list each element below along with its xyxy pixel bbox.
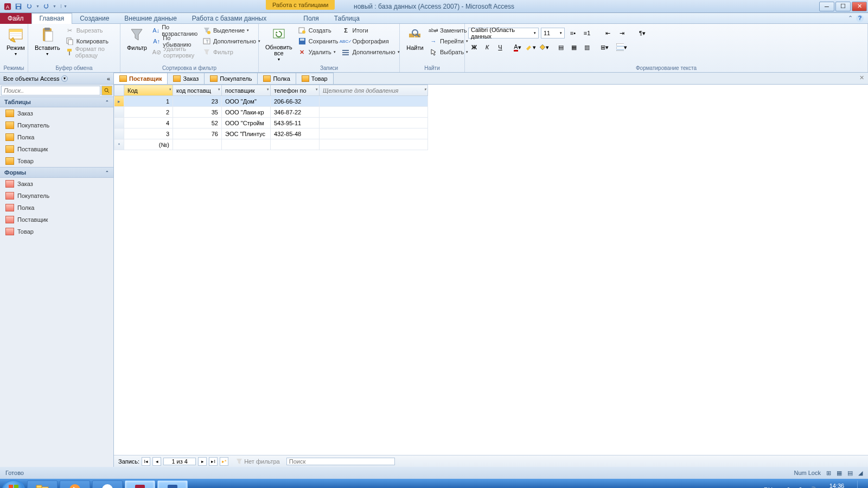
nav-search-input[interactable] bbox=[1, 86, 100, 95]
format-painter-button[interactable]: Формат по образцу bbox=[65, 47, 117, 57]
new-record-nav-button[interactable]: ▸* bbox=[220, 457, 228, 466]
font-size-combo[interactable]: 11▾ bbox=[541, 28, 565, 38]
tab-dbtools[interactable]: Работа с базами данных bbox=[184, 13, 274, 24]
cell[interactable]: 346-87-22 bbox=[271, 107, 320, 118]
paste-button[interactable]: Вставить▼ bbox=[31, 25, 63, 57]
nav-table-item[interactable]: Покупатель bbox=[0, 119, 113, 131]
prev-record-button[interactable]: ◂ bbox=[152, 457, 161, 466]
selection-button[interactable]: Выделение▾ bbox=[201, 25, 261, 36]
cell[interactable] bbox=[320, 96, 428, 107]
view-datasheet-icon[interactable]: ⊞ bbox=[826, 470, 831, 477]
view-form-icon[interactable]: ▦ bbox=[837, 470, 842, 477]
nav-table-item[interactable]: Поставщик bbox=[0, 143, 113, 155]
cell[interactable]: ООО "Стройм bbox=[222, 118, 271, 129]
cell[interactable] bbox=[173, 139, 222, 150]
add-column-header[interactable]: Щелкните для добавления▾ bbox=[320, 85, 428, 96]
numbering-icon[interactable]: ≡1 bbox=[581, 27, 593, 39]
save-record-button[interactable]: Сохранить bbox=[297, 36, 340, 47]
alt-row-color-button[interactable]: ▾ bbox=[616, 41, 628, 53]
cell[interactable]: ООО "Дом" bbox=[222, 96, 271, 107]
table-row[interactable]: 235ООО "Лаки-кр346-87-22 bbox=[114, 107, 428, 118]
totals-button[interactable]: ΣИтоги bbox=[340, 25, 400, 36]
column-header[interactable]: код поставщ▾ bbox=[173, 85, 222, 96]
indent-increase-icon[interactable]: ⇥ bbox=[616, 27, 628, 39]
column-header[interactable]: телефон по▾ bbox=[271, 85, 320, 96]
sort-asc-button[interactable]: A↓По возрастанию bbox=[151, 25, 200, 36]
align-center-icon[interactable]: ▦ bbox=[568, 41, 580, 53]
document-tab[interactable]: Товар bbox=[296, 73, 334, 84]
cell[interactable]: 206-66-32 bbox=[271, 96, 320, 107]
advanced-filter-button[interactable]: Дополнительно▾ bbox=[201, 36, 261, 47]
gridlines-button[interactable]: ⊞▾ bbox=[598, 41, 610, 53]
tray-flag-icon[interactable]: ⚑ bbox=[787, 486, 792, 489]
datasheet-grid[interactable]: Код▾ код поставщ▾ поставщик▾ телефон по▾… bbox=[114, 85, 868, 455]
table-row[interactable]: 452ООО "Стройм543-95-11 bbox=[114, 118, 428, 129]
tab-external[interactable]: Внешние данные bbox=[117, 13, 184, 24]
tab-create[interactable]: Создание bbox=[72, 13, 117, 24]
nav-category-forms[interactable]: Формы⌃ bbox=[0, 167, 113, 178]
cell[interactable] bbox=[320, 129, 428, 139]
indent-decrease-icon[interactable]: ⇤ bbox=[602, 27, 614, 39]
row-selector[interactable]: ▸ bbox=[114, 96, 124, 107]
row-selector[interactable]: * bbox=[114, 139, 124, 150]
select-all-cell[interactable] bbox=[114, 85, 124, 96]
text-direction-icon[interactable]: ¶▾ bbox=[636, 27, 648, 39]
tray-clock[interactable]: 14:3617.03.2016 bbox=[822, 483, 852, 488]
cell[interactable] bbox=[271, 139, 320, 150]
highlight-button[interactable]: ▾ bbox=[525, 41, 537, 53]
view-layout-icon[interactable]: ▤ bbox=[847, 470, 853, 477]
maximize-button[interactable]: ☐ bbox=[835, 2, 851, 11]
document-tab[interactable]: Полка bbox=[257, 73, 296, 84]
redo-dropdown-icon[interactable]: ▼ bbox=[53, 4, 56, 8]
undo-dropdown-icon[interactable]: ▼ bbox=[36, 4, 40, 8]
fill-color-button[interactable]: ▾ bbox=[538, 41, 550, 53]
row-selector[interactable] bbox=[114, 129, 124, 139]
minimize-button[interactable]: ─ bbox=[819, 2, 834, 11]
replace-button[interactable]: ab⇄Заменить bbox=[428, 25, 469, 36]
find-button[interactable]: Найти bbox=[403, 25, 427, 52]
tray-show-hidden-icon[interactable]: ▴ bbox=[778, 486, 781, 489]
column-header[interactable]: поставщик▾ bbox=[222, 85, 271, 96]
taskbar-explorer[interactable] bbox=[27, 480, 58, 488]
nav-table-item[interactable]: Полка bbox=[0, 131, 113, 143]
toggle-filter-button[interactable]: Фильтр bbox=[201, 47, 261, 57]
tab-fields[interactable]: Поля bbox=[296, 13, 327, 24]
align-left-icon[interactable]: ▤ bbox=[555, 41, 567, 53]
nav-table-item[interactable]: Товар bbox=[0, 155, 113, 167]
font-color-button[interactable]: A▾ bbox=[512, 41, 524, 53]
document-tab[interactable]: Покупатель bbox=[204, 73, 258, 84]
column-header[interactable]: Код▾ bbox=[124, 85, 173, 96]
chevron-down-icon[interactable]: ▾ bbox=[61, 75, 68, 82]
bold-button[interactable]: Ж bbox=[468, 41, 480, 53]
nav-category-tables[interactable]: Таблицы⌃ bbox=[0, 97, 113, 107]
view-button[interactable]: Режим▼ bbox=[3, 25, 28, 57]
tab-file[interactable]: Файл bbox=[0, 13, 31, 24]
cell[interactable]: ООО "Лаки-кр bbox=[222, 107, 271, 118]
nav-form-item[interactable]: Товар bbox=[0, 226, 113, 237]
search-icon[interactable] bbox=[101, 86, 112, 95]
qat-customize-icon[interactable]: ▼ bbox=[61, 4, 67, 8]
nav-form-item[interactable]: Покупатель bbox=[0, 190, 113, 202]
cell[interactable]: 3 bbox=[124, 129, 173, 139]
cell[interactable]: 52 bbox=[173, 118, 222, 129]
taskbar-media[interactable] bbox=[60, 480, 90, 488]
next-record-button[interactable]: ▸ bbox=[198, 457, 207, 466]
first-record-button[interactable]: I◂ bbox=[142, 457, 150, 466]
taskbar-word[interactable]: W bbox=[157, 480, 188, 488]
taskbar-yandex[interactable]: Y bbox=[92, 480, 123, 488]
table-row[interactable]: ▸123ООО "Дом"206-66-32 bbox=[114, 96, 428, 107]
underline-button[interactable]: Ч bbox=[494, 41, 506, 53]
tray-volume-icon[interactable]: 🔊 bbox=[809, 486, 816, 489]
cell[interactable]: ЭОС "Плинтус bbox=[222, 129, 271, 139]
delete-record-button[interactable]: ✕Удалить▾ bbox=[297, 47, 340, 57]
row-selector[interactable] bbox=[114, 107, 124, 118]
italic-button[interactable]: К bbox=[481, 41, 493, 53]
close-tab-icon[interactable]: ✕ bbox=[857, 74, 866, 83]
font-combo[interactable]: Calibri (Область данных▾ bbox=[468, 28, 539, 38]
cell[interactable]: 76 bbox=[173, 129, 222, 139]
ribbon-min-icon[interactable]: ⌃ bbox=[848, 15, 853, 22]
select-button[interactable]: Выбрать▾ bbox=[428, 47, 469, 57]
row-selector[interactable] bbox=[114, 118, 124, 129]
more-records-button[interactable]: Дополнительно▾ bbox=[340, 47, 400, 57]
help-icon[interactable]: ? bbox=[856, 15, 864, 22]
